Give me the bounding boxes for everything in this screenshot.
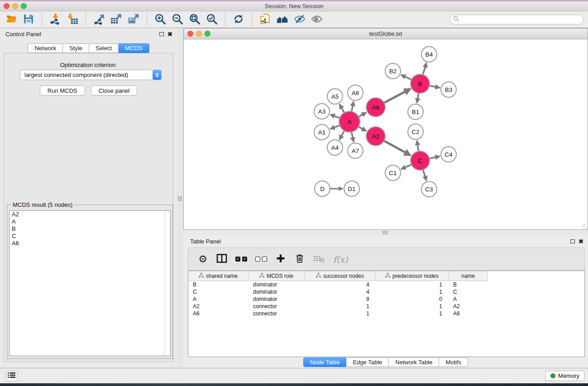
network-canvas[interactable]: AA1A2A3A4A5A6A7A8BB1B2B3B4CC1C2C3C4DD1 [184, 39, 588, 229]
node-label-A2: A2 [372, 133, 380, 140]
function-builder-button[interactable]: f(x) [333, 253, 348, 266]
show-all-button[interactable] [274, 12, 291, 27]
result-item[interactable]: C [10, 233, 170, 240]
table-row[interactable]: A6connector11A6 [188, 310, 584, 317]
tab-style[interactable]: Style [63, 43, 89, 53]
table-cell: 1 [305, 303, 376, 310]
tab-network[interactable]: Network [28, 43, 63, 53]
show-panel-list-button[interactable] [5, 371, 18, 381]
table-cell: C [188, 288, 249, 295]
save-session-button[interactable] [20, 12, 37, 27]
tab-select[interactable]: Select [89, 43, 119, 53]
column-header-predecessor-nodes[interactable]: predecessor nodes [376, 271, 449, 281]
table-row[interactable]: A2connector11A2 [188, 303, 584, 310]
node-label-C4: C4 [445, 151, 453, 158]
horizontal-splitter[interactable] [183, 230, 588, 235]
table-cell: B [188, 281, 249, 288]
tab-network-table[interactable]: Network Table [389, 357, 439, 367]
run-mcds-button[interactable]: Run MCDS [40, 86, 85, 95]
result-item[interactable]: A [10, 218, 170, 225]
optimization-criterion-label: Optimization criterion: [4, 62, 173, 68]
table-row[interactable]: Bdominator41B [188, 281, 584, 288]
open-session-button[interactable] [3, 12, 20, 27]
zoom-selected-button[interactable] [203, 12, 220, 27]
node-label-A4: A4 [331, 144, 339, 151]
apply-layout-button[interactable] [230, 12, 247, 27]
splitter-handle-icon[interactable] [382, 231, 387, 234]
panel-splitter[interactable] [177, 28, 183, 368]
mcds-tab-content: Optimization criterion: largest connecte… [4, 53, 173, 362]
memory-label: Memory [558, 372, 579, 379]
table-row[interactable]: Adominator80A [188, 295, 584, 303]
float-panel-icon[interactable] [570, 239, 575, 243]
import-table-button[interactable] [64, 12, 81, 27]
toolbar-separator [147, 13, 147, 26]
new-network-from-selection-button[interactable] [257, 12, 274, 27]
tab-motifs[interactable]: Motifs [439, 357, 468, 367]
result-item[interactable]: B [10, 225, 170, 233]
close-panel-icon[interactable]: ✖ [578, 238, 583, 244]
column-header-MCDS-role[interactable]: MCDS role [249, 271, 305, 281]
tab-mcds[interactable]: MCDS [119, 43, 149, 53]
unchecked-checkbox-icon [255, 257, 260, 262]
node-table[interactable]: shared nameMCDS rolesuccessor nodesprede… [188, 271, 585, 357]
node-label-A1: A1 [318, 129, 326, 136]
export-table-button[interactable] [108, 12, 125, 27]
result-scrollbar[interactable] [164, 211, 170, 356]
import-network-button[interactable] [47, 12, 64, 27]
desktop-edge [0, 383, 588, 386]
table-settings-button[interactable]: ⚙ [197, 253, 208, 266]
search-box[interactable] [449, 14, 583, 24]
table-row[interactable]: Cdominator41C [188, 288, 584, 295]
network-window-titlebar[interactable]: testGlobe.txt [184, 29, 588, 39]
delete-columns-button[interactable] [294, 253, 305, 266]
column-header-shared-name[interactable]: shared name [188, 271, 249, 281]
zoom-fit-button[interactable] [186, 12, 203, 27]
node-label-B3: B3 [445, 86, 453, 93]
tab-edge-table[interactable]: Edge Table [346, 357, 389, 367]
close-panel-button[interactable]: Close panel [91, 86, 138, 95]
table-cell: 1 [305, 310, 376, 317]
table-cell: A2 [188, 303, 249, 310]
export-image-button[interactable] [125, 12, 142, 27]
network-window-title: testGlobe.txt [184, 30, 588, 37]
toolbar-separator [86, 13, 86, 26]
plus-icon [276, 253, 286, 265]
tab-node-table[interactable]: Node Table [303, 357, 347, 367]
deselect-all-columns-button[interactable] [255, 253, 267, 266]
table-panel: Table Panel ✖ ⚙ ✓ ✓ f(x) [183, 235, 588, 368]
result-item[interactable]: A2 [10, 211, 170, 218]
mcds-result-list[interactable]: A2ABCA6 [9, 210, 171, 356]
select-all-columns-button[interactable]: ✓ ✓ [235, 253, 247, 266]
table-cell: C [449, 288, 488, 295]
export-network-button[interactable] [91, 12, 108, 27]
import-network-icon [49, 13, 61, 26]
table-panel-tabs: Node TableEdge TableNetwork TableMotifs [183, 357, 588, 367]
node-label-A5: A5 [331, 93, 339, 100]
hide-selected-button[interactable] [291, 12, 308, 27]
table-cell: 1 [376, 281, 449, 288]
memory-button[interactable]: Memory [545, 371, 584, 381]
window-resize-grip[interactable] [582, 224, 587, 229]
delete-table-button[interactable] [313, 253, 325, 266]
node-label-D: D [320, 186, 325, 192]
zoom-in-button[interactable] [152, 12, 169, 27]
node-label-A8: A8 [352, 90, 359, 96]
split-view-button[interactable] [216, 253, 227, 266]
column-header-name[interactable]: name [449, 271, 488, 281]
table-cell: connector [249, 303, 305, 310]
zoom-out-button[interactable] [169, 12, 186, 27]
result-item[interactable]: A6 [10, 240, 170, 247]
zoom-in-icon [154, 13, 166, 26]
splitter-handle-icon[interactable] [178, 196, 182, 201]
open-folder-icon [5, 13, 17, 26]
columns-icon [216, 253, 227, 265]
show-hidden-button[interactable] [308, 12, 325, 27]
table-cell: 8 [305, 295, 376, 303]
close-panel-icon[interactable]: ✖ [167, 31, 172, 37]
column-header-successor-nodes[interactable]: successor nodes [305, 271, 376, 281]
optimization-criterion-select[interactable]: largest connected component (directed) [20, 70, 162, 80]
float-panel-icon[interactable] [159, 32, 164, 36]
add-column-button[interactable] [275, 253, 286, 266]
search-input[interactable] [459, 16, 580, 23]
